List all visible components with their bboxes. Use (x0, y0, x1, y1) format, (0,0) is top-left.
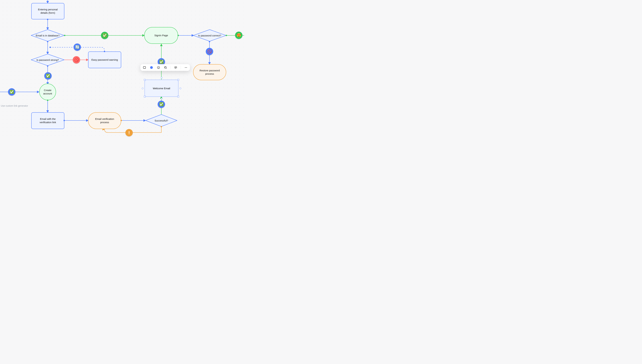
more-icon[interactable] (184, 65, 188, 70)
heart-eyes-icon: 😍 (235, 32, 242, 39)
connector-dot (178, 35, 179, 36)
emoji-icon[interactable] (156, 65, 161, 70)
connector-dot (64, 120, 65, 121)
refresh-icon: 🔄 (74, 44, 81, 51)
node-label: Restore password process (200, 69, 220, 76)
flowchart-canvas[interactable]: Entering personal details (form) Email i… (0, 0, 244, 139)
node-label: Entering personal details (form) (38, 8, 58, 15)
node-label: Is password strong? (37, 58, 59, 61)
node-label: Email with the verification link (40, 117, 56, 124)
connector-dot (209, 41, 210, 42)
svg-point-28 (186, 67, 186, 68)
node-successful[interactable]: Successful? (146, 114, 177, 127)
svg-point-20 (157, 66, 160, 69)
comment-icon[interactable] (173, 65, 178, 70)
no-entry-icon: 🚫 (73, 56, 80, 64)
node-easy-password-warning[interactable]: Easy password warning (88, 52, 121, 68)
connector-dot (50, 47, 51, 48)
copy-icon[interactable] (163, 65, 168, 70)
separator (171, 66, 171, 69)
svg-rect-19 (143, 66, 146, 68)
connector-dot (47, 65, 48, 67)
connector-dot (161, 126, 162, 127)
check-icon: ✅ (8, 88, 16, 96)
connector-dot (47, 100, 48, 101)
connector-dot (121, 120, 122, 121)
node-label: Easy password warning (92, 58, 118, 62)
svg-point-21 (158, 67, 158, 68)
node-is-password-strong[interactable]: Is password strong? (31, 54, 64, 66)
exclamation-icon: ! (125, 129, 133, 136)
node-signin-page[interactable]: SignIn Page (144, 27, 178, 44)
node-restore-password-process[interactable]: Restore password process (193, 64, 226, 80)
check-icon: ✅ (158, 100, 165, 108)
connector-dot (47, 41, 48, 42)
node-is-password-correct[interactable]: Is password correct? (193, 30, 226, 42)
svg-point-27 (185, 67, 185, 68)
node-welcome-email-selected[interactable]: Welcome Email (145, 80, 178, 97)
node-entering-personal-details[interactable]: Entering personal details (form) (31, 3, 64, 20)
svg-point-29 (187, 67, 187, 68)
selection-toolbar (141, 64, 190, 71)
node-email-verification-link[interactable]: Email with the verification link (31, 112, 64, 129)
node-label: Email verification process (95, 117, 114, 124)
svg-point-22 (159, 67, 159, 68)
connector-dot (104, 51, 105, 52)
no-entry-icon: 🚫 (206, 48, 213, 55)
check-icon: ✅ (44, 72, 52, 80)
connector-dot (47, 19, 48, 20)
check-icon: ✅ (101, 32, 108, 39)
node-label: Welcome Email (145, 80, 178, 96)
node-label: Successful? (155, 119, 168, 122)
node-create-account[interactable]: Create account (39, 84, 56, 100)
node-label: Is password correct? (198, 34, 221, 37)
node-email-verification-process[interactable]: Email verification process (88, 112, 121, 129)
node-email-in-database[interactable]: Email is in database? (31, 30, 64, 42)
annotation-text: Use custom link generator (1, 104, 28, 107)
rectangle-icon[interactable] (142, 65, 147, 70)
node-label: Create account (43, 88, 52, 96)
color-fill-icon[interactable] (149, 65, 154, 70)
node-label: SignIn Page (154, 34, 168, 37)
svg-rect-24 (165, 67, 167, 68)
node-label: Email is in database? (36, 34, 60, 37)
connector-dot (64, 35, 65, 36)
connector-dot (226, 35, 227, 36)
